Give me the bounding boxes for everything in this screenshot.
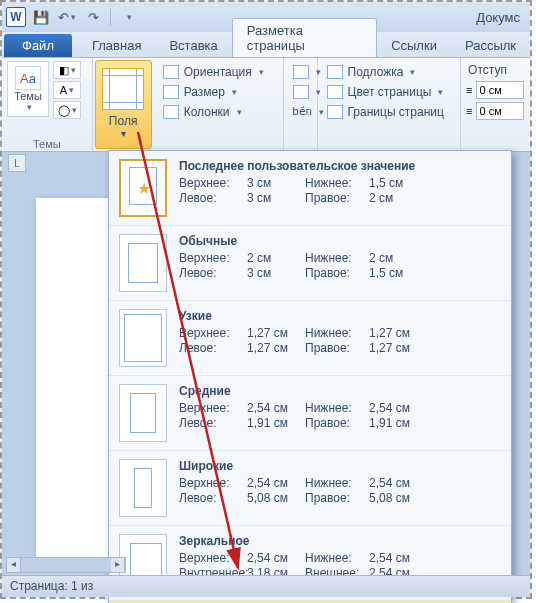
breaks-button[interactable]: ▾ [289,63,312,81]
margins-preset-item[interactable]: ОбычныеВерхнее:2 смНижнее:2 смЛевое:3 см… [109,226,511,301]
page-color-button[interactable]: Цвет страницы▾ [323,83,456,101]
margins-values: Верхнее:2,54 смНижнее:2,54 смЛевое:5,08 … [179,476,501,505]
margins-preset-item[interactable]: УзкиеВерхнее:1,27 смНижнее:1,27 смЛевое:… [109,301,511,376]
indent-group: Отступ ≡0 см ≡0 см [461,58,530,151]
tab-references[interactable]: Ссылки [377,34,451,57]
margins-preset-title: Узкие [179,309,501,323]
margins-dropdown: ★Последнее пользовательское значениеВерх… [108,150,512,603]
margins-preset-info: ШирокиеВерхнее:2,54 смНижнее:2,54 смЛево… [179,459,501,517]
page-color-icon [327,85,343,99]
columns-icon [163,105,179,119]
line-numbers-button[interactable]: ▾ [289,83,312,101]
ribbon: Aa Темы ▾ ◧▾ A▾ ◯▾ Темы Поля ▾ Ориентаци… [2,58,530,152]
horizontal-scrollbar[interactable]: ◂▸ [6,557,126,573]
margins-preset-thumb [119,309,167,367]
margins-preset-thumb [119,459,167,517]
page-borders-icon [327,105,343,119]
redo-icon[interactable]: ↷ [82,6,104,28]
tab-insert[interactable]: Вставка [155,34,231,57]
margins-icon [102,68,144,110]
margins-preset-thumb [119,234,167,292]
theme-fonts-button[interactable]: A▾ [53,81,81,99]
watermark-icon [327,65,343,79]
theme-colors-button[interactable]: ◧▾ [53,61,81,79]
indent-left-icon: ≡ [466,84,472,96]
breaks-icon [293,65,309,79]
margins-preset-info: ОбычныеВерхнее:2 смНижнее:2 смЛевое:3 см… [179,234,501,292]
margins-preset-title: Средние [179,384,501,398]
chevron-down-icon: ▾ [27,102,32,112]
star-icon: ★ [137,179,151,198]
margins-preset-info: Последнее пользовательское значениеВерхн… [179,159,501,217]
indent-right-icon: ≡ [466,105,472,117]
qat-separator [110,8,111,26]
columns-button[interactable]: Колонки▾ [159,103,278,121]
theme-effects-button[interactable]: ◯▾ [53,101,81,119]
margins-preset-info: СредниеВерхнее:2,54 смНижнее:2,54 смЛево… [179,384,501,442]
size-button[interactable]: Размер▾ [159,83,278,101]
ruler-corner[interactable]: L [8,154,26,172]
orientation-icon [163,65,179,79]
indent-right-input[interactable]: 0 см [476,102,524,120]
word-icon: W [6,7,26,27]
page-count: Страница: 1 из [10,579,93,593]
document-title: Докумс [476,10,520,25]
lines-icon [293,85,309,99]
margins-preset-title: Обычные [179,234,501,248]
margins-preset-title: Последнее пользовательское значение [179,159,501,173]
statusbar: Страница: 1 из [2,575,530,597]
undo-icon[interactable]: ↶▾ [56,6,78,28]
margins-values: Верхнее:2 смНижнее:2 смЛевое:3 смПравое:… [179,251,501,280]
margins-values: Верхнее:1,27 смНижнее:1,27 смЛевое:1,27 … [179,326,501,355]
save-icon[interactable]: 💾 [30,6,52,28]
tab-file[interactable]: Файл [4,34,72,57]
chevron-down-icon: ▾ [121,128,126,139]
margins-preset-thumb: ★ [119,159,167,217]
themes-label: Темы [14,90,42,102]
themes-group: Aa Темы ▾ ◧▾ A▾ ◯▾ Темы [2,58,93,151]
ribbon-tabs: Файл Главная Вставка Разметка страницы С… [2,32,530,58]
page-setup-group: Ориентация▾ Размер▾ Колонки▾ [154,58,284,151]
indent-label: Отступ [466,61,525,81]
margins-values: Верхнее:2,54 смНижнее:2,54 смЛевое:1,91 … [179,401,501,430]
themes-group-label: Темы [2,138,92,150]
watermark-button[interactable]: Подложка▾ [323,63,456,81]
themes-icon: Aa [15,66,41,90]
margins-preset-item[interactable]: СредниеВерхнее:2,54 смНижнее:2,54 смЛево… [109,376,511,451]
margins-preset-info: УзкиеВерхнее:1,27 смНижнее:1,27 смЛевое:… [179,309,501,367]
indent-left-input[interactable]: 0 см [476,81,524,99]
tab-mailings[interactable]: Рассылк [451,34,530,57]
page-borders-button[interactable]: Границы страниц [323,103,456,121]
tab-home[interactable]: Главная [78,34,155,57]
margins-preset-item[interactable]: ШирокиеВерхнее:2,54 смНижнее:2,54 смЛево… [109,451,511,526]
margins-preset-title: Широкие [179,459,501,473]
hyphenation-button[interactable]: bền▾ [289,103,312,120]
size-icon [163,85,179,99]
tab-page-layout[interactable]: Разметка страницы [232,18,377,57]
margins-preset-thumb [119,384,167,442]
margins-preset-title: Зеркальное [179,534,501,548]
breaks-group: ▾ ▾ bền▾ [284,58,318,151]
qat-customize-icon[interactable]: ▾ [117,6,139,28]
page-background-group: Подложка▾ Цвет страницы▾ Границы страниц [318,58,462,151]
themes-button[interactable]: Aa Темы ▾ [7,61,49,117]
margins-label: Поля [109,114,138,128]
orientation-button[interactable]: Ориентация▾ [159,63,278,81]
margins-values: Верхнее:3 смНижнее:1,5 смЛевое:3 смПраво… [179,176,501,205]
margins-preset-item[interactable]: ★Последнее пользовательское значениеВерх… [109,151,511,226]
margins-button[interactable]: Поля ▾ [95,60,152,149]
